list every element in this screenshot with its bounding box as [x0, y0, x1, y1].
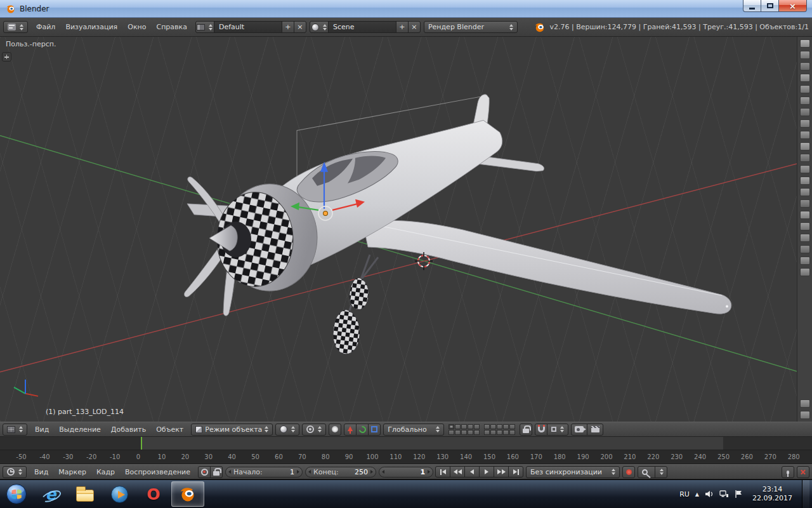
pivot-point-dropdown[interactable] [302, 424, 326, 436]
manipulator-rotate-button[interactable] [356, 424, 369, 436]
properties-tab-icon[interactable] [800, 177, 810, 185]
network-icon[interactable] [719, 490, 729, 498]
orientation-dropdown[interactable]: Глобально [383, 424, 444, 436]
menu-item[interactable]: Воспроизведение [120, 468, 195, 476]
properties-tab-icon[interactable] [800, 268, 810, 276]
viewport-editor-type-button[interactable] [3, 424, 27, 436]
delete-screen-layout-button[interactable]: × [294, 21, 306, 33]
opengl-render-anim-button[interactable] [587, 424, 603, 436]
layer-toggle[interactable] [468, 430, 473, 435]
layer-toggle[interactable] [503, 430, 509, 435]
pivot-align-toggle[interactable] [329, 424, 341, 436]
taskbar-item-opera[interactable]: O [137, 481, 170, 507]
add-screen-layout-button[interactable]: + [282, 21, 294, 33]
properties-tab-icon[interactable] [800, 119, 810, 128]
tray-clock[interactable]: 23:14 22.09.2017 [752, 485, 792, 504]
menu-item[interactable]: Выделение [54, 425, 106, 434]
layer-toggle[interactable] [449, 424, 454, 429]
lock-to-scene-toggle[interactable] [520, 424, 532, 436]
layer-toggle[interactable] [455, 430, 461, 435]
language-indicator[interactable]: RU [679, 490, 690, 498]
start-frame-field[interactable]: Начало: 1 [225, 467, 303, 478]
layer-toggle[interactable] [484, 430, 490, 435]
menu-item[interactable]: Визуализация [60, 23, 122, 31]
layer-toggle[interactable] [461, 424, 467, 429]
layer-toggle[interactable] [503, 424, 509, 429]
end-frame-field[interactable]: Конец: 250 [305, 467, 376, 478]
menu-item[interactable]: Добавить [106, 425, 151, 434]
panel-tab-icon[interactable] [800, 411, 810, 419]
panel-tab-icon[interactable] [800, 399, 810, 408]
3d-viewport[interactable]: Польз.-персп. (1) part_133_LOD_114 [0, 37, 812, 422]
jump-to-end-button[interactable] [508, 466, 523, 478]
info-editor-type-button[interactable] [3, 21, 28, 33]
menu-item[interactable]: Окно [122, 23, 151, 31]
properties-tab-icon[interactable] [800, 257, 810, 265]
menu-item[interactable]: Вид [30, 425, 54, 434]
layer-toggle[interactable] [484, 424, 490, 429]
current-frame-field[interactable]: 1 [379, 467, 433, 478]
delete-scene-button[interactable]: × [408, 21, 421, 33]
play-reverse-button[interactable] [464, 466, 480, 478]
menu-item[interactable]: Справка [151, 23, 192, 31]
snap-element-dropdown[interactable] [547, 424, 568, 436]
layer-toggle[interactable] [509, 430, 515, 435]
maximize-button[interactable] [761, 0, 779, 12]
layer-toggle[interactable] [474, 424, 480, 429]
mode-dropdown[interactable]: Режим объекта [191, 424, 273, 436]
taskbar-item-blender[interactable] [171, 481, 204, 507]
timeline-band[interactable] [0, 437, 812, 450]
manipulator-scale-button[interactable] [368, 424, 381, 436]
properties-tab-icon[interactable] [800, 62, 810, 70]
start-button[interactable] [0, 480, 33, 508]
speaker-icon[interactable] [705, 490, 714, 498]
menu-item[interactable]: Файл [31, 23, 60, 31]
scene-name-field[interactable]: Scene [328, 21, 396, 33]
properties-tab-icon[interactable] [800, 108, 810, 116]
screen-layout-name-field[interactable]: Default [214, 21, 282, 33]
airplane-model[interactable] [184, 95, 731, 354]
timeline-editor-type-button[interactable] [3, 466, 27, 478]
record-button[interactable] [622, 466, 635, 478]
opengl-render-button[interactable] [571, 424, 587, 436]
properties-tab-icon[interactable] [800, 245, 810, 253]
manipulator-translate-button[interactable] [344, 424, 357, 436]
properties-tab-icon[interactable] [800, 131, 810, 139]
viewport-canvas[interactable] [0, 37, 812, 422]
show-desktop-button[interactable] [802, 480, 809, 508]
menu-item[interactable]: Объект [151, 425, 188, 434]
layer-toggle[interactable] [509, 424, 515, 429]
keying-lock-button[interactable] [210, 466, 223, 478]
properties-tab-icon[interactable] [800, 211, 810, 219]
properties-tab-icon[interactable] [800, 199, 810, 208]
properties-tab-icon[interactable] [800, 165, 810, 173]
pin-button[interactable] [782, 466, 794, 478]
action-center-flag-icon[interactable] [735, 490, 743, 498]
menu-item[interactable]: Кадр [91, 468, 120, 476]
jump-to-prev-keyframe-button[interactable] [450, 466, 465, 478]
layer-toggle[interactable] [497, 424, 502, 429]
properties-tab-icon[interactable] [800, 222, 810, 231]
auto-keyframe-button[interactable] [198, 466, 211, 478]
timeline-frame-numbers[interactable]: -50-40-30-20-100102030405060708090100110… [0, 450, 812, 464]
taskbar-item-ie[interactable]: e [34, 481, 67, 507]
jump-to-next-keyframe-button[interactable] [494, 466, 509, 478]
properties-tab-icon[interactable] [800, 188, 810, 196]
toolshelf-expand-button[interactable] [2, 52, 11, 62]
properties-tab-icon[interactable] [800, 234, 810, 242]
keying-set-button[interactable] [638, 466, 655, 478]
browse-screen-layout-button[interactable] [195, 21, 214, 33]
properties-tab-icon[interactable] [800, 74, 810, 82]
layer-toggle[interactable] [497, 430, 502, 435]
viewport-shading-dropdown[interactable] [275, 424, 299, 436]
taskbar-item-explorer[interactable] [69, 481, 102, 507]
keying-set-dropdown[interactable] [655, 466, 667, 478]
layer-toggle[interactable] [468, 424, 473, 429]
tray-expand-icon[interactable]: ▲ [695, 491, 699, 497]
layer-toggle[interactable] [490, 430, 496, 435]
region-editor-icon[interactable] [800, 39, 810, 48]
close-button[interactable]: × [778, 0, 807, 12]
layer-toggle[interactable] [449, 430, 454, 435]
taskbar-item-media-player[interactable] [103, 481, 136, 507]
sync-dropdown[interactable]: Без синхронизации [526, 466, 620, 478]
